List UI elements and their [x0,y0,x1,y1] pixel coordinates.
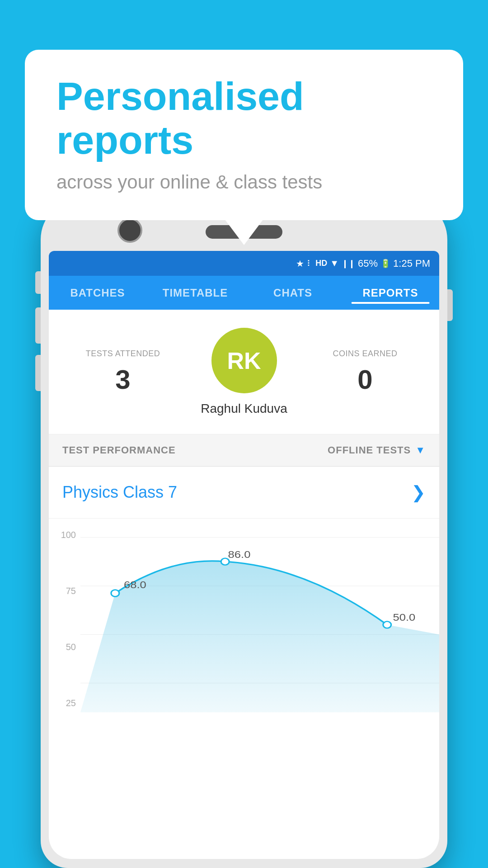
bubble-subtitle: across your online & class tests [56,171,432,193]
nav-tabs: BATCHES TIMETABLE CHATS REPORTS [49,276,439,310]
offline-tests-label: OFFLINE TESTS [328,444,411,456]
data-point-3 [383,621,391,628]
y-axis: 100 75 50 25 [49,528,80,722]
offline-tests-dropdown[interactable]: OFFLINE TESTS ▼ [328,444,426,456]
y-label-50: 50 [49,642,80,652]
profile-section: TESTS ATTENDED 3 RK Raghul Kuduva COINS … [49,310,439,434]
phone-frame: ★ ⠇ HD ▼ ❙❙ 65% 🔋 1:25 PM BATCHES TIMETA… [41,199,447,868]
y-label-75: 75 [49,586,80,596]
class-chevron-icon: ❯ [411,482,426,502]
tests-attended-block: TESTS ATTENDED 3 [62,349,183,395]
power-button [447,289,453,321]
performance-section: TEST PERFORMANCE OFFLINE TESTS ▼ [49,434,439,467]
hd-icon: HD [315,259,327,268]
tab-reports[interactable]: REPORTS [342,282,439,304]
battery-icon: 🔋 [380,259,390,269]
data-label-2: 86.0 [228,549,251,560]
battery-percentage: 65% [358,258,378,269]
class-row[interactable]: Physics Class 7 ❯ [49,467,439,519]
y-label-25: 25 [49,698,80,708]
chevron-down-icon: ▼ [415,444,426,456]
data-label-1: 68.0 [124,580,146,590]
tests-attended-value: 3 [62,364,183,395]
tests-attended-label: TESTS ATTENDED [62,349,183,359]
chart-container: 100 75 50 25 [49,528,439,722]
avatar-block: RK Raghul Kuduva [183,328,305,416]
y-label-100: 100 [49,530,80,540]
speech-bubble: Personalised reports across your online … [25,50,463,220]
class-name: Physics Class 7 [62,483,177,502]
vibrate-icon: ⠇ [307,259,313,269]
data-label-3: 50.0 [393,612,416,623]
avatar-name: Raghul Kuduva [201,401,287,416]
bubble-title: Personalised reports [56,75,432,162]
coins-earned-label: COINS EARNED [305,349,426,359]
bluetooth-icon: ★ [296,258,304,269]
tab-timetable[interactable]: TIMETABLE [146,282,244,304]
volume-up-button [35,307,41,344]
coins-earned-value: 0 [305,364,426,395]
coins-earned-block: COINS EARNED 0 [305,349,426,395]
status-bar: ★ ⠇ HD ▼ ❙❙ 65% 🔋 1:25 PM [49,251,439,276]
data-point-1 [111,590,119,597]
phone-camera [117,218,142,243]
avatar: RK [211,328,277,393]
tab-batches[interactable]: BATCHES [49,282,146,304]
avatar-initials: RK [227,347,261,374]
line-chart: 68.0 86.0 50.0 [80,528,439,722]
silent-button [35,271,41,294]
volume-down-button [35,355,41,391]
status-icons: ★ ⠇ HD ▼ ❙❙ 65% 🔋 1:25 PM [296,258,430,269]
performance-label: TEST PERFORMANCE [62,444,176,456]
chart-area: 100 75 50 25 [49,519,439,722]
wifi-icon: ▼ [330,258,339,269]
tab-chats[interactable]: CHATS [244,282,342,304]
time-display: 1:25 PM [393,258,430,269]
signal-icon: ❙❙ [342,259,355,269]
phone-screen: ★ ⠇ HD ▼ ❙❙ 65% 🔋 1:25 PM BATCHES TIMETA… [49,251,439,859]
